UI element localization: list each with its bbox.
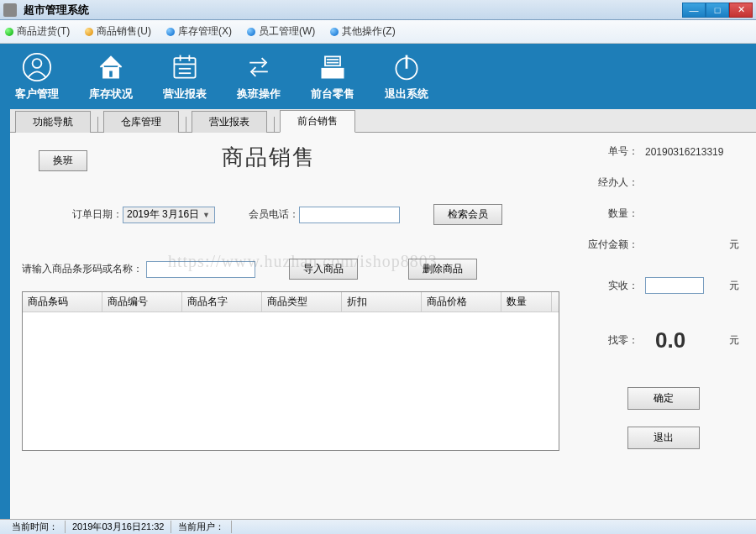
tabbar: 功能导航 仓库管理 营业报表 前台销售 <box>10 109 756 133</box>
menubar: 商品进货(T) 商品销售(U) 库存管理(X) 员工管理(W) 其他操作(Z) <box>0 20 756 44</box>
dot-icon <box>166 28 175 36</box>
power-icon <box>391 51 423 83</box>
order-date-picker[interactable]: 2019年 3月16日 ▼ <box>123 207 215 223</box>
user-icon <box>21 51 53 83</box>
col-type: 商品类型 <box>262 292 342 312</box>
page-title: 商品销售 <box>222 143 316 172</box>
col-price: 商品价格 <box>422 292 501 312</box>
order-no-label: 单号： <box>588 144 638 159</box>
received-label: 实收： <box>588 279 638 293</box>
order-date-label: 订单日期： <box>72 207 123 222</box>
tool-pos[interactable]: 前台零售 <box>311 51 354 102</box>
register-icon <box>317 51 349 83</box>
member-phone-input[interactable] <box>299 207 400 223</box>
tab-warehouse[interactable]: 仓库管理 <box>103 111 179 133</box>
change-value: 0.0 <box>655 327 685 353</box>
minimize-button[interactable]: — <box>682 3 706 18</box>
tool-customer[interactable]: 客户管理 <box>15 51 59 102</box>
tool-shift[interactable]: 换班操作 <box>237 51 281 102</box>
tool-exit[interactable]: 退出系统 <box>385 51 428 102</box>
order-no-value: 20190316213319 <box>645 146 723 158</box>
window-title: 超市管理系统 <box>24 3 682 18</box>
barcode-label: 请输入商品条形码或名称： <box>22 262 143 276</box>
search-member-button[interactable]: 检索会员 <box>433 204 502 225</box>
status-time-value: 2019年03月16日21:32 <box>72 521 164 531</box>
svg-rect-2 <box>174 58 195 77</box>
payable-label: 应付金额： <box>588 238 638 252</box>
swap-icon <box>243 51 275 83</box>
left-strip <box>0 109 10 519</box>
calendar-icon <box>169 51 201 83</box>
col-qty: 数量 <box>501 292 552 312</box>
tool-report[interactable]: 营业报表 <box>163 51 207 102</box>
toolbar: 客户管理 库存状况 营业报表 换班操作 前台零售 退出系统 <box>0 44 756 109</box>
dot-icon <box>85 28 93 36</box>
col-name: 商品名字 <box>182 292 262 312</box>
maximize-button[interactable]: □ <box>706 3 729 18</box>
menu-inventory[interactable]: 库存管理(X) <box>166 24 232 39</box>
col-discount: 折扣 <box>342 292 422 312</box>
menu-other[interactable]: 其他操作(Z) <box>330 24 395 39</box>
col-id: 商品编号 <box>102 292 182 312</box>
svg-point-1 <box>33 59 42 68</box>
svg-rect-8 <box>325 56 340 65</box>
col-barcode: 商品条码 <box>23 292 102 312</box>
dot-icon <box>247 28 255 36</box>
ok-button[interactable]: 确定 <box>627 387 700 410</box>
dot-icon <box>330 28 339 36</box>
barcode-input[interactable] <box>146 261 255 278</box>
titlebar: 超市管理系统 — □ ✕ <box>0 0 756 20</box>
import-goods-button[interactable]: 导入商品 <box>289 259 358 280</box>
dot-icon <box>5 28 13 36</box>
tab-nav[interactable]: 功能导航 <box>15 111 91 133</box>
status-time-label: 当前时间： <box>12 521 58 531</box>
status-user-label: 当前用户： <box>178 521 224 531</box>
received-input[interactable] <box>645 277 704 294</box>
qty-label: 数量： <box>588 207 638 221</box>
menu-staff[interactable]: 员工管理(W) <box>247 24 315 39</box>
delete-goods-button[interactable]: 删除商品 <box>408 259 477 280</box>
operator-label: 经办人： <box>588 175 638 190</box>
svg-rect-9 <box>322 69 343 78</box>
tab-sale[interactable]: 前台销售 <box>280 110 355 133</box>
statusbar: 当前时间： 2019年03月16日21:32 当前用户： <box>0 519 756 534</box>
house-icon <box>95 51 127 83</box>
content-panel: 换班 商品销售 订单日期： 2019年 3月16日 ▼ 会员电话： 检索会员 请… <box>10 133 756 519</box>
shift-button[interactable]: 换班 <box>39 150 87 171</box>
menu-goods-sale[interactable]: 商品销售(U) <box>85 24 151 39</box>
tab-report[interactable]: 营业报表 <box>192 111 267 133</box>
change-label: 找零： <box>588 333 638 348</box>
close-button[interactable]: ✕ <box>729 3 753 18</box>
summary-panel: 单号：20190316213319 经办人： 数量： 应付金额：元 实收：元 找… <box>588 144 739 449</box>
app-icon <box>3 3 17 17</box>
menu-goods-in[interactable]: 商品进货(T) <box>5 24 70 39</box>
tool-inventory[interactable]: 库存状况 <box>89 51 133 102</box>
exit-button[interactable]: 退出 <box>627 427 700 449</box>
member-phone-label: 会员电话： <box>249 207 299 222</box>
chevron-down-icon: ▼ <box>202 211 210 219</box>
goods-grid[interactable]: 商品条码 商品编号 商品名字 商品类型 折扣 商品价格 数量 <box>22 291 559 451</box>
grid-header: 商品条码 商品编号 商品名字 商品类型 折扣 商品价格 数量 <box>23 292 559 312</box>
